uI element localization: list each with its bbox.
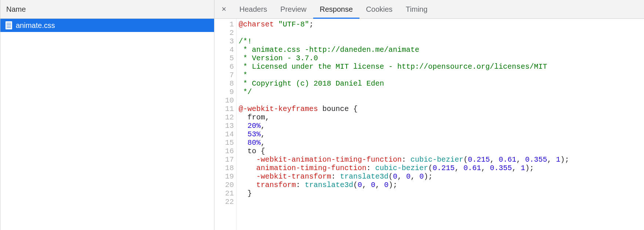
line-number: 19 [214, 172, 234, 181]
code-line: * Licensed under the MIT license - http:… [239, 62, 644, 71]
close-icon[interactable]: × [218, 3, 230, 15]
request-list-header[interactable]: Name [0, 0, 214, 19]
line-number: 9 [214, 88, 234, 96]
line-number: 11 [214, 105, 234, 113]
line-number-gutter: 12345678910111213141516171819202122 [214, 19, 236, 230]
code-line: -webkit-transform: translate3d(0, 0, 0); [239, 172, 644, 181]
response-source-view[interactable]: 12345678910111213141516171819202122 @cha… [214, 19, 644, 230]
tab-response[interactable]: Response [313, 0, 359, 19]
tab-preview[interactable]: Preview [274, 0, 313, 19]
line-number: 7 [214, 71, 234, 79]
request-list-pane: Name animate.css [0, 0, 214, 230]
code-line: @-webkit-keyframes bounce { [239, 105, 644, 113]
line-number: 8 [214, 79, 234, 88]
code-line: * Version - 3.7.0 [239, 54, 644, 62]
line-number: 6 [214, 62, 234, 71]
code-line: -webkit-animation-timing-function: cubic… [239, 155, 644, 164]
request-row[interactable]: animate.css [0, 19, 214, 32]
code-line: to { [239, 147, 644, 155]
code-line: } [239, 189, 644, 198]
request-list[interactable]: animate.css [0, 19, 214, 230]
devtools-network-panel: Name animate.css × Headers Preview Respo… [0, 0, 644, 230]
request-name: animate.css [16, 21, 55, 30]
line-number: 10 [214, 96, 234, 105]
file-icon [6, 21, 12, 29]
code-line: 53%, [239, 130, 644, 139]
line-number: 13 [214, 122, 234, 130]
line-number: 12 [214, 113, 234, 122]
line-number: 21 [214, 189, 234, 198]
code-line: */ [239, 88, 644, 96]
line-number: 2 [214, 29, 234, 37]
code-line [239, 29, 644, 37]
tab-cookies[interactable]: Cookies [359, 0, 399, 19]
line-number: 14 [214, 130, 234, 139]
code-line: * animate.css -http://daneden.me/animate [239, 46, 644, 54]
code-line: 80%, [239, 139, 644, 147]
code-line: from, [239, 113, 644, 122]
line-number: 18 [214, 164, 234, 172]
line-number: 1 [214, 20, 234, 29]
request-detail-pane: × Headers Preview Response Cookies Timin… [214, 0, 644, 230]
tab-timing[interactable]: Timing [399, 0, 434, 19]
line-number: 20 [214, 181, 234, 189]
line-number: 17 [214, 155, 234, 164]
code-line: * Copyright (c) 2018 Daniel Eden [239, 79, 644, 88]
line-number: 22 [214, 198, 234, 206]
code-line: animation-timing-function: cubic-bezier(… [239, 164, 644, 172]
code-line: @charset "UTF-8"; [239, 20, 644, 29]
line-number: 4 [214, 46, 234, 54]
detail-tabs-header: × Headers Preview Response Cookies Timin… [214, 0, 644, 19]
code-line [239, 96, 644, 105]
code-line: 20%, [239, 122, 644, 130]
tab-headers[interactable]: Headers [233, 0, 274, 19]
line-number: 3 [214, 37, 234, 46]
line-number: 16 [214, 147, 234, 155]
source-code[interactable]: @charset "UTF-8"; /*! * animate.css -htt… [236, 19, 644, 230]
column-header-name: Name [6, 5, 26, 14]
line-number: 5 [214, 54, 234, 62]
code-line [239, 198, 644, 206]
code-line: /*! [239, 37, 644, 46]
line-number: 15 [214, 139, 234, 147]
code-line: transform: translate3d(0, 0, 0); [239, 181, 644, 189]
code-line: * [239, 71, 644, 79]
